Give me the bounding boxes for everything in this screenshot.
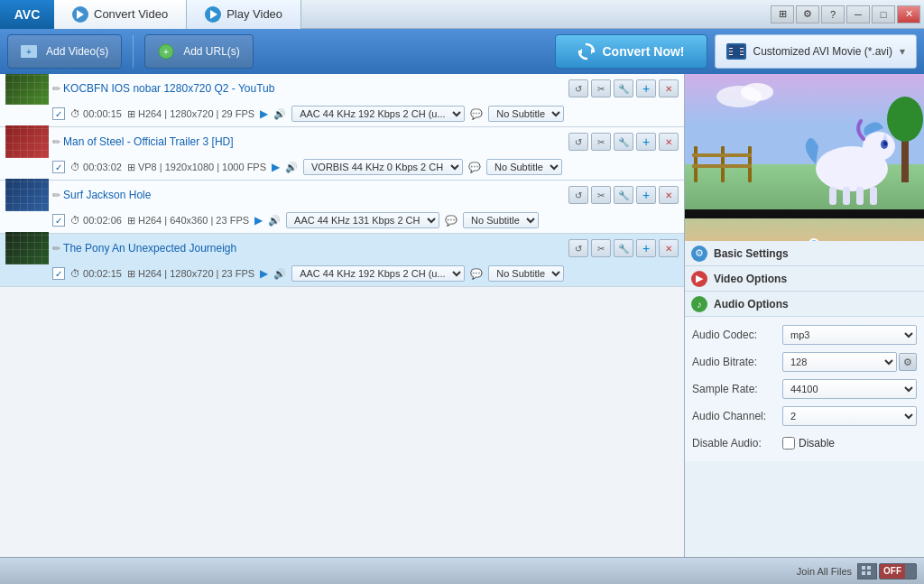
file-check-3[interactable] — [52, 214, 65, 227]
basic-settings-icon-container: ⚙ — [685, 241, 714, 266]
sample-rate-select[interactable]: 44100 — [782, 379, 917, 399]
file-item-1-header: KOCBFN IOS nobar 1280x720 Q2 - YouTub ↺ … — [0, 74, 684, 103]
cut-btn-3[interactable]: ✂ — [591, 186, 611, 204]
file-codec-2: ⊞ VP8 | 1920x1080 | 1000 FPS — [127, 162, 266, 173]
add-video-icon: + — [21, 43, 41, 60]
file-actions-2: ↺ ✂ 🔧 + ✕ — [568, 133, 679, 151]
grid-svg — [861, 565, 873, 578]
disable-audio-checkbox[interactable] — [782, 437, 795, 450]
audio-select-4[interactable]: AAC 44 KHz 192 Kbps 2 CH (u... — [291, 265, 465, 282]
audio-bitrate-row: Audio Bitrate: 128 ⚙ — [692, 351, 917, 373]
close-btn[interactable]: ✕ — [897, 5, 920, 23]
tools-btn-1[interactable]: 🔧 — [614, 79, 633, 97]
refresh-btn-1[interactable]: ↺ — [568, 79, 588, 97]
add-btn-3[interactable]: + — [636, 186, 656, 204]
file-title-3[interactable]: Surf Jackson Hole — [52, 189, 565, 201]
cut-btn-1[interactable]: ✂ — [591, 79, 611, 97]
audio-bitrate-select[interactable]: 128 — [782, 352, 897, 372]
format-dropdown[interactable]: Customized AVI Movie (*.avi) ▾ — [715, 34, 918, 69]
arrow-4: ▶ — [260, 267, 268, 280]
subtitle-select-2[interactable]: No Subtitle — [486, 159, 562, 175]
audio-options-row[interactable]: ♪ Audio Options — [685, 292, 924, 317]
subtitle-select-1[interactable]: No Subtitle — [488, 106, 564, 122]
video-options-label: Video Options — [714, 273, 924, 285]
audio-channel-select[interactable]: 2 — [782, 406, 917, 426]
join-toggle[interactable]: OFF — [879, 563, 917, 579]
audio-bitrate-label: Audio Bitrate: — [692, 356, 782, 368]
svg-rect-29 — [843, 187, 850, 205]
video-options-row[interactable]: ▶ Video Options — [685, 266, 924, 292]
format-label: Customized AVI Movie (*.avi) — [753, 45, 893, 58]
add-btn-4[interactable]: + — [636, 239, 656, 257]
file-codec-4: ⊞ H264 | 1280x720 | 23 FPS — [127, 268, 254, 280]
file-item-3-header: Surf Jackson Hole ↺ ✂ 🔧 + ✕ — [0, 181, 684, 209]
grid-icon — [857, 563, 877, 579]
tab-play-label: Play Video — [226, 7, 282, 21]
tab-play-video[interactable]: Play Video — [187, 0, 301, 29]
tab-convert-video[interactable]: Convert Video — [54, 0, 187, 29]
convert-now-button[interactable]: Convert Now! — [555, 34, 707, 69]
file-title-2[interactable]: Man of Steel - Official Trailer 3 [HD] — [52, 135, 565, 148]
file-codec-3: ⊞ H264 | 640x360 | 23 FPS — [127, 215, 249, 227]
video-options-icon-container: ▶ — [685, 266, 714, 292]
refresh-btn-3[interactable]: ↺ — [568, 186, 588, 204]
tools-btn-2[interactable]: 🔧 — [614, 133, 633, 151]
file-title-4[interactable]: The Pony An Unexpected Journeigh — [52, 242, 565, 255]
add-btn-1[interactable]: + — [636, 79, 656, 97]
tools-btn-4[interactable]: 🔧 — [614, 239, 633, 257]
file-actions-3: ↺ ✂ 🔧 + ✕ — [568, 186, 679, 204]
tools-btn-3[interactable]: 🔧 — [614, 186, 633, 204]
toolbar-sep-1 — [133, 35, 134, 68]
refresh-btn-2[interactable]: ↺ — [568, 133, 588, 151]
file-thumb-2 — [5, 125, 49, 158]
audio-bitrate-gear-btn[interactable]: ⚙ — [899, 353, 917, 371]
remove-btn-3[interactable]: ✕ — [659, 186, 679, 204]
bottom-bar: Join All Files OFF — [0, 557, 924, 584]
help-btn[interactable]: ? — [821, 5, 845, 23]
subtitle-select-4[interactable]: No Subtitle — [488, 265, 564, 282]
svg-point-24 — [863, 132, 895, 161]
monitor-btn[interactable]: ⊞ — [771, 5, 794, 23]
cut-btn-4[interactable]: ✂ — [591, 239, 611, 257]
toolbar: + Add Video(s) + Add URL(s) Convert Now!… — [0, 29, 924, 74]
disable-audio-row: Disable Audio: Disable — [692, 432, 917, 454]
svg-rect-40 — [867, 571, 871, 575]
remove-btn-2[interactable]: ✕ — [659, 133, 679, 151]
svg-rect-30 — [856, 187, 864, 205]
file-item-4-details: ⏱ 00:02:15 ⊞ H264 | 1280x720 | 23 FPS ▶ … — [0, 263, 684, 286]
add-url-button[interactable]: + Add URL(s) — [144, 34, 254, 69]
file-item-2: Man of Steel - Official Trailer 3 [HD] ↺… — [0, 127, 684, 181]
svg-point-27 — [883, 142, 887, 146]
file-check-2[interactable] — [52, 161, 65, 173]
audio-select-2[interactable]: VORBIS 44 KHz 0 Kbps 2 CH — [303, 159, 463, 175]
basic-settings-row[interactable]: ⚙ Basic Settings — [685, 241, 924, 266]
svg-marker-0 — [77, 10, 84, 19]
file-duration-1: ⏱ 00:00:15 — [70, 108, 122, 119]
minimize-btn[interactable]: ─ — [846, 5, 870, 23]
audio-options-label: Audio Options — [714, 298, 924, 311]
svg-point-35 — [741, 83, 773, 101]
join-files-label: Join All Files — [797, 566, 852, 577]
main-area: KOCBFN IOS nobar 1280x720 Q2 - YouTub ↺ … — [0, 74, 924, 557]
file-check-1[interactable] — [52, 107, 65, 120]
maximize-btn[interactable]: □ — [872, 5, 895, 23]
subtitle-select-3[interactable]: No Subtitle — [463, 212, 539, 228]
refresh-btn-4[interactable]: ↺ — [568, 239, 588, 257]
file-title-1[interactable]: KOCBFN IOS nobar 1280x720 Q2 - YouTub — [52, 82, 565, 95]
remove-btn-4[interactable]: ✕ — [659, 239, 679, 257]
add-video-button[interactable]: + Add Video(s) — [7, 34, 122, 69]
app-logo: AVC — [0, 0, 54, 29]
audio-select-1[interactable]: AAC 44 KHz 192 Kbps 2 CH (u... — [291, 106, 465, 122]
file-check-4[interactable] — [52, 267, 65, 280]
gear-btn[interactable]: ⚙ — [796, 5, 819, 23]
audio-select-3[interactable]: AAC 44 KHz 131 Kbps 2 CH — [286, 212, 439, 228]
svg-rect-31 — [870, 187, 877, 205]
window-controls: ⊞ ⚙ ? ─ □ ✕ — [771, 5, 924, 23]
add-btn-2[interactable]: + — [636, 133, 656, 151]
cut-btn-2[interactable]: ✂ — [591, 133, 611, 151]
audio-codec-select[interactable]: mp3 — [782, 325, 917, 345]
file-item-3: Surf Jackson Hole ↺ ✂ 🔧 + ✕ ⏱ 00:02:06 ⊞… — [0, 181, 684, 234]
remove-btn-1[interactable]: ✕ — [659, 79, 679, 97]
add-video-label: Add Video(s) — [46, 45, 108, 58]
file-duration-2: ⏱ 00:03:02 — [70, 162, 122, 172]
